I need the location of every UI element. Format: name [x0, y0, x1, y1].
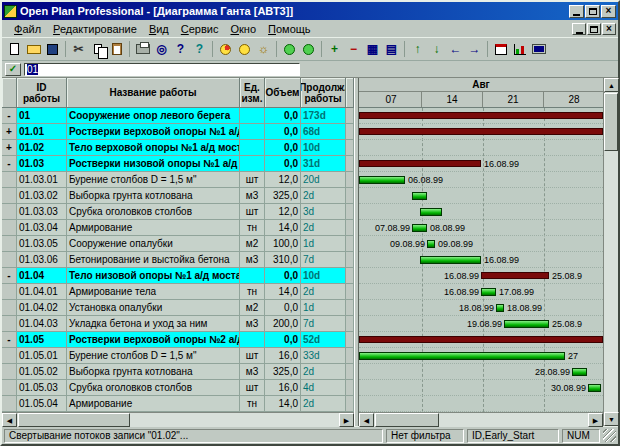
- row-collapse-toggle[interactable]: -: [2, 268, 17, 284]
- indent-button[interactable]: →: [465, 39, 484, 59]
- table-row[interactable]: 01.03.01Бурение столбов D = 1,5 м"шт12,0…: [2, 172, 354, 188]
- paste-button[interactable]: [107, 39, 126, 59]
- clock-green-button[interactable]: [280, 39, 299, 59]
- bar-chart-button[interactable]: [510, 39, 529, 59]
- gantt-row[interactable]: [359, 332, 603, 348]
- calendar-button[interactable]: [491, 39, 510, 59]
- gantt-row[interactable]: 09.08.9909.08.99: [359, 236, 603, 252]
- move-down-button[interactable]: ↓: [427, 39, 446, 59]
- menu-item[interactable]: Редактирование: [47, 22, 143, 36]
- gantt-hscrollbar[interactable]: ◀ ▶: [359, 412, 603, 427]
- table-row[interactable]: -01.05Ростверки верховой опоры №2 а/д0,0…: [2, 332, 354, 348]
- print-preview-button[interactable]: ◎: [152, 39, 171, 59]
- vscroll-track[interactable]: [604, 92, 618, 412]
- gantt-row[interactable]: 27: [359, 348, 603, 364]
- clock-yellow-button[interactable]: [235, 39, 254, 59]
- grid-view-button[interactable]: ▦: [363, 39, 382, 59]
- table-row[interactable]: 01.03.03Срубка оголовков столбовшт12,03d: [2, 204, 354, 220]
- title-bar[interactable]: Open Plan Professional - [Диаграмма Гант…: [2, 2, 618, 20]
- column-header-collapse[interactable]: [2, 78, 17, 108]
- context-help-button[interactable]: ?: [190, 39, 209, 59]
- column-header-name[interactable]: Название работы: [67, 78, 240, 108]
- menu-item[interactable]: Файл: [8, 22, 47, 36]
- gantt-row[interactable]: 16.08.9925.08.9: [359, 268, 603, 284]
- task-bar[interactable]: [359, 352, 565, 360]
- summary-bar[interactable]: [481, 272, 549, 279]
- gantt-row[interactable]: 16.08.99: [359, 156, 603, 172]
- task-bar[interactable]: [572, 368, 587, 376]
- table-scroll-left-button[interactable]: ◀: [2, 413, 17, 427]
- table-hscroll-thumb[interactable]: [18, 413, 130, 427]
- gantt-row[interactable]: [359, 396, 603, 412]
- table-scroll-right-button[interactable]: ▶: [339, 413, 354, 427]
- mdi-close-button[interactable]: ×: [602, 23, 616, 35]
- table-row[interactable]: 01.04.01Армирование телатн14,02d: [2, 284, 354, 300]
- clock-green-2-button[interactable]: [299, 39, 318, 59]
- gantt-row[interactable]: 28.08.99: [359, 364, 603, 380]
- row-collapse-toggle[interactable]: +: [2, 124, 17, 140]
- scroll-down-button[interactable]: ▼: [604, 412, 619, 426]
- gantt-row[interactable]: 16.08.99: [359, 252, 603, 268]
- task-bar[interactable]: [588, 384, 601, 392]
- table-hscroll-track[interactable]: [17, 413, 339, 427]
- menu-item[interactable]: Помощь: [262, 22, 317, 36]
- table-row[interactable]: 01.05.02Выборка грунта котлованам3325,02…: [2, 364, 354, 380]
- gantt-row[interactable]: [359, 108, 603, 124]
- mdi-minimize-button[interactable]: [572, 23, 586, 35]
- row-collapse-toggle[interactable]: -: [2, 108, 17, 124]
- column-header-volume[interactable]: Объем: [265, 78, 301, 108]
- menu-item[interactable]: Вид: [143, 22, 175, 36]
- help-button[interactable]: ?: [171, 39, 190, 59]
- gantt-row[interactable]: 19.08.9925.08.9: [359, 316, 603, 332]
- column-header-duration[interactable]: Продолж. работы: [301, 78, 346, 108]
- table-row[interactable]: 01.05.03Срубка оголовков столбовшт16,04d: [2, 380, 354, 396]
- add-activity-button[interactable]: +: [325, 39, 344, 59]
- summary-bar[interactable]: [359, 112, 603, 119]
- scroll-up-button[interactable]: ▲: [604, 78, 619, 92]
- summary-bar[interactable]: [359, 336, 603, 343]
- clock-red-button[interactable]: [216, 39, 235, 59]
- menu-item[interactable]: Сервис: [175, 22, 225, 36]
- task-bar[interactable]: [420, 208, 442, 216]
- vscroll-thumb[interactable]: [604, 93, 618, 151]
- new-button[interactable]: [5, 39, 24, 59]
- gantt-row[interactable]: [359, 188, 603, 204]
- resize-grip[interactable]: [603, 429, 616, 442]
- open-button[interactable]: [24, 39, 43, 59]
- summary-bar[interactable]: [359, 160, 481, 167]
- column-header-id[interactable]: ID работы: [17, 78, 67, 108]
- task-bar[interactable]: [359, 176, 405, 184]
- gantt-scroll-left-button[interactable]: ◀: [359, 413, 374, 427]
- sun-button[interactable]: ☼: [254, 39, 273, 59]
- table-row[interactable]: -01Сооружение опор левого берега0,0173d: [2, 108, 354, 124]
- table-row[interactable]: 01.04.02Установка опалубким20,01d: [2, 300, 354, 316]
- gantt-row[interactable]: 06.08.99: [359, 172, 603, 188]
- menu-item[interactable]: Окно: [224, 22, 262, 36]
- close-button[interactable]: ×: [601, 5, 616, 18]
- gantt-vscrollbar[interactable]: ▲ ▼: [603, 78, 618, 426]
- task-bar[interactable]: [412, 192, 427, 200]
- gantt-row[interactable]: 16.08.9917.08.99: [359, 284, 603, 300]
- table-row[interactable]: 01.05.01Бурение столбов D = 1,5 м"шт16,0…: [2, 348, 354, 364]
- task-bar[interactable]: [420, 256, 481, 264]
- summary-bar[interactable]: [359, 128, 603, 135]
- list-view-button[interactable]: ▤: [382, 39, 401, 59]
- row-collapse-toggle[interactable]: +: [2, 140, 17, 156]
- gantt-row[interactable]: [359, 124, 603, 140]
- table-row[interactable]: 01.03.06Бетонирование и выстойка бетонам…: [2, 252, 354, 268]
- minimize-button[interactable]: [569, 5, 584, 18]
- table-row[interactable]: +01.01Ростверки верховой опоры №1 а/д0,0…: [2, 124, 354, 140]
- table-row[interactable]: -01.03Ростверки низовой опоры №1 а/д м0,…: [2, 156, 354, 172]
- gantt-row[interactable]: 18.08.9918.08.99: [359, 300, 603, 316]
- table-row[interactable]: +01.02Тело верховой опоры №1 а/д моста0,…: [2, 140, 354, 156]
- gantt-hscroll-track[interactable]: [374, 413, 588, 427]
- task-bar[interactable]: [496, 304, 504, 312]
- restore-button[interactable]: [585, 5, 600, 18]
- delete-activity-button[interactable]: −: [344, 39, 363, 59]
- cut-button[interactable]: ✂: [69, 39, 88, 59]
- column-header-unit[interactable]: Ед. изм.: [240, 78, 265, 108]
- monitor-button[interactable]: [529, 39, 548, 59]
- task-bar[interactable]: [412, 224, 427, 232]
- app-icon[interactable]: [4, 5, 17, 18]
- table-row[interactable]: 01.03.02Выборка грунта котлованам3325,02…: [2, 188, 354, 204]
